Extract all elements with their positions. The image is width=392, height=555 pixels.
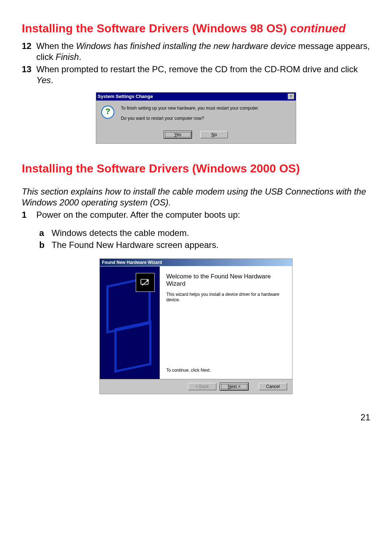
page-number: 21	[22, 412, 370, 423]
dialog2-titlebar: Found New Hardware Wizard	[100, 259, 292, 266]
step-number: 13	[22, 64, 36, 86]
dialog-found-new-hardware-wizard: Found New Hardware Wizard Welcome to the…	[99, 258, 293, 394]
back-button: < Back	[188, 383, 216, 390]
step-text: Power on the computer. After the compute…	[36, 209, 370, 220]
step-text: When the Windows has finished installing…	[36, 41, 370, 62]
wizard-welcome-text: This wizard helps you install a device d…	[166, 292, 286, 303]
hardware-icon	[136, 273, 155, 292]
intro-win2000: This section explains how to install the…	[22, 186, 370, 208]
substep-letter: a	[39, 227, 52, 239]
no-button[interactable]: No	[200, 131, 228, 138]
substep-text: The Found New Hardware screen appears.	[52, 239, 219, 251]
svg-point-2	[147, 279, 148, 281]
cancel-button[interactable]: Cancel	[259, 383, 287, 390]
next-button[interactable]: Next >	[220, 383, 248, 390]
step-text: When prompted to restart the PC, remove …	[36, 64, 370, 86]
question-icon: ?	[101, 106, 114, 119]
wizard-continue-text: To continue, click Next.	[166, 368, 286, 373]
step-item: 12When the Windows has finished installi…	[22, 41, 370, 62]
dialog-system-settings-change: System Settings Change × ? To finish set…	[96, 92, 296, 144]
substep-item: aWindows detects the cable modem.	[39, 227, 370, 239]
heading-win98-main: Installing the Software Drivers (Windows…	[22, 22, 287, 35]
wizard-side-graphic	[100, 266, 160, 379]
dialog1-title: System Settings Change	[98, 94, 153, 99]
yes-button[interactable]: Yes	[164, 131, 192, 138]
step-number: 12	[22, 41, 36, 62]
substep-item: bThe Found New Hardware screen appears.	[39, 239, 370, 251]
substep-text: Windows detects the cable modem.	[52, 227, 189, 239]
wizard-welcome-title: Welcome to the Found New Hardware Wizard	[166, 273, 286, 287]
dialog1-msg-line1: To finish setting up your new hardware, …	[121, 106, 259, 111]
dialog1-message: To finish setting up your new hardware, …	[121, 106, 259, 126]
heading-win98-continued: continued	[290, 22, 346, 35]
heading-win98: Installing the Software Drivers (Windows…	[22, 22, 370, 35]
close-icon[interactable]: ×	[288, 94, 294, 99]
steps-win98: 12When the Windows has finished installi…	[22, 41, 370, 86]
dialog1-msg-line2: Do you want to restart your computer now…	[121, 116, 259, 121]
heading-win2000: Installing the Software Drivers (Windows…	[22, 162, 370, 175]
steps-win2000: 1Power on the computer. After the comput…	[22, 209, 370, 220]
substeps-win2000: aWindows detects the cable modem.bThe Fo…	[39, 227, 370, 251]
step-item: 1Power on the computer. After the comput…	[22, 209, 370, 220]
step-number: 1	[22, 209, 36, 220]
dialog1-titlebar: System Settings Change ×	[96, 93, 296, 101]
step-item: 13When prompted to restart the PC, remov…	[22, 64, 370, 86]
substep-letter: b	[39, 239, 52, 251]
